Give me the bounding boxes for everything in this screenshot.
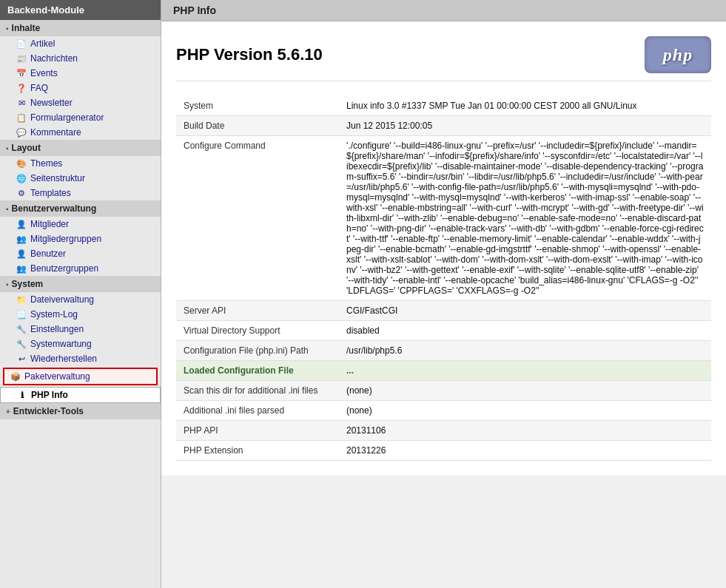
- table-cell-label: Virtual Directory Support: [176, 321, 339, 341]
- sidebar-item-wiederherstellen[interactable]: ↩ Wiederherstellen: [0, 351, 161, 366]
- benutzergruppen-icon: 👥: [16, 263, 27, 274]
- table-cell-value: (none): [339, 401, 711, 421]
- table-row: PHP API20131106: [176, 421, 711, 441]
- content-area: PHP Version 5.6.10 php SystemLinux info …: [161, 21, 726, 476]
- sidebar: Backend-Module ▪ Inhalte 📄 Artikel 📰 Nac…: [0, 0, 161, 588]
- sidebar-item-systemwartung[interactable]: 🔧 Systemwartung: [0, 337, 161, 351]
- sidebar-section-layout[interactable]: ▪ Layout: [0, 140, 161, 156]
- sidebar-header: Backend-Module: [0, 0, 161, 20]
- table-row: Configure Command'./configure' '--build=…: [176, 136, 711, 301]
- sidebar-items-system: 📁 Dateiverwaltung 📃 System-Log 🔧 Einstel…: [0, 292, 161, 403]
- table-cell-label: PHP API: [176, 421, 339, 441]
- main-content: PHP Info PHP Version 5.6.10 php: [161, 0, 726, 588]
- table-row: Virtual Directory Supportdisabled: [176, 321, 711, 341]
- table-cell-value: 20131106: [339, 421, 711, 441]
- table-row: SystemLinux info 3.0 #1337 SMP Tue Jan 0…: [176, 96, 711, 116]
- sidebar-section-inhalte[interactable]: ▪ Inhalte: [0, 20, 161, 36]
- table-cell-label: Additional .ini files parsed: [176, 401, 339, 421]
- sidebar-item-einstellungen[interactable]: 🔧 Einstellungen: [0, 322, 161, 337]
- table-row: Configuration File (php.ini) Path/usr/li…: [176, 341, 711, 361]
- einstellungen-icon: 🔧: [16, 324, 27, 334]
- sidebar-items-benutzerverwaltung: 👤 Mitglieder 👥 Mitgliedergruppen 👤 Benut…: [0, 217, 161, 276]
- sidebar-item-events[interactable]: 📅 Events: [0, 66, 161, 81]
- sidebar-item-seitenstruktur[interactable]: 🌐 Seitenstruktur: [0, 171, 161, 186]
- faq-icon: ❓: [16, 83, 27, 93]
- sidebar-item-dateiverwaltung[interactable]: 📁 Dateiverwaltung: [0, 292, 161, 307]
- sidebar-section-benutzerverwaltung[interactable]: ▪ Benutzerverwaltung: [0, 200, 161, 217]
- newsletter-icon: ✉: [16, 98, 27, 108]
- sidebar-item-artikel[interactable]: 📄 Artikel: [0, 36, 161, 51]
- wiederherstellen-icon: ↩: [16, 354, 27, 364]
- table-cell-value: disabled: [339, 321, 711, 341]
- seitenstruktur-icon: 🌐: [16, 173, 27, 183]
- sidebar-item-nachrichten[interactable]: 📰 Nachrichten: [0, 51, 161, 66]
- kommentare-icon: 💬: [16, 127, 27, 138]
- table-cell-value: Linux info 3.0 #1337 SMP Tue Jan 01 00:0…: [339, 96, 711, 116]
- table-row: Scan this dir for additional .ini files(…: [176, 381, 711, 401]
- php-logo: php: [645, 36, 711, 73]
- table-cell-label: Loaded Configuration File: [176, 361, 339, 381]
- sidebar-section-entwickler-tools[interactable]: + Entwickler-Tools: [0, 403, 161, 419]
- sidebar-item-paketverwaltung-wrapper: 📦 Paketverwaltung: [3, 368, 158, 385]
- collapse-icon-system: ▪: [6, 280, 9, 288]
- sidebar-item-faq[interactable]: ❓ FAQ: [0, 81, 161, 95]
- sidebar-item-mitgliedergruppen[interactable]: 👥 Mitgliedergruppen: [0, 232, 161, 246]
- nachrichten-icon: 📰: [16, 53, 27, 64]
- table-cell-value: (none): [339, 381, 711, 401]
- formulargenerator-icon: 📋: [16, 112, 27, 123]
- sidebar-section-system[interactable]: ▪ System: [0, 276, 161, 292]
- themes-icon: 🎨: [16, 158, 27, 169]
- sidebar-items-layout: 🎨 Themes 🌐 Seitenstruktur ⚙ Templates: [0, 156, 161, 200]
- paketverwaltung-icon: 📦: [10, 371, 21, 382]
- sidebar-item-benutzergruppen[interactable]: 👥 Benutzergruppen: [0, 261, 161, 276]
- events-icon: 📅: [16, 68, 27, 78]
- table-row: Server APICGI/FastCGI: [176, 301, 711, 321]
- table-row: Loaded Configuration File...: [176, 361, 711, 381]
- table-cell-label: PHP Extension: [176, 441, 339, 461]
- sidebar-item-benutzer[interactable]: 👤 Benutzer: [0, 246, 161, 261]
- table-cell-value: /usr/lib/php5.6: [339, 341, 711, 361]
- php-info-table: SystemLinux info 3.0 #1337 SMP Tue Jan 0…: [176, 96, 711, 461]
- templates-icon: ⚙: [16, 188, 27, 198]
- system-log-icon: 📃: [16, 309, 27, 320]
- table-cell-label: Scan this dir for additional .ini files: [176, 381, 339, 401]
- dateiverwaltung-icon: 📁: [16, 294, 27, 305]
- sidebar-item-newsletter[interactable]: ✉ Newsletter: [0, 95, 161, 110]
- table-cell-label: Server API: [176, 301, 339, 321]
- table-row: Build DateJun 12 2015 12:00:05: [176, 116, 711, 136]
- sidebar-item-php-info[interactable]: ℹ PHP Info: [0, 387, 161, 403]
- sidebar-item-formulargenerator[interactable]: 📋 Formulargenerator: [0, 110, 161, 125]
- sidebar-items-inhalte: 📄 Artikel 📰 Nachrichten 📅 Events ❓ FAQ ✉…: [0, 36, 161, 140]
- info-table-body: SystemLinux info 3.0 #1337 SMP Tue Jan 0…: [176, 96, 711, 461]
- php-info-icon: ℹ: [17, 390, 27, 400]
- table-row: PHP Extension20131226: [176, 441, 711, 461]
- table-cell-value: './configure' '--build=i486-linux-gnu' '…: [339, 136, 711, 301]
- sidebar-item-paketverwaltung[interactable]: 📦 Paketverwaltung: [4, 369, 156, 384]
- systemwartung-icon: 🔧: [16, 339, 27, 349]
- collapse-icon-entwickler: +: [6, 408, 10, 416]
- sidebar-item-mitglieder[interactable]: 👤 Mitglieder: [0, 217, 161, 232]
- table-cell-value: ...: [339, 361, 711, 381]
- artikel-icon: 📄: [16, 38, 27, 49]
- table-cell-value: CGI/FastCGI: [339, 301, 711, 321]
- table-cell-label: System: [176, 96, 339, 116]
- table-cell-label: Configuration File (php.ini) Path: [176, 341, 339, 361]
- collapse-icon-inhalte: ▪: [6, 24, 9, 33]
- table-cell-label: Configure Command: [176, 136, 339, 301]
- sidebar-item-templates[interactable]: ⚙ Templates: [0, 186, 161, 200]
- mitgliedergruppen-icon: 👥: [16, 234, 27, 244]
- php-version-section: PHP Version 5.6.10 php: [176, 36, 711, 81]
- table-cell-label: Build Date: [176, 116, 339, 136]
- sidebar-item-kommentare[interactable]: 💬 Kommentare: [0, 125, 161, 140]
- php-version-row: PHP Version 5.6.10 php: [176, 36, 711, 81]
- sidebar-item-themes[interactable]: 🎨 Themes: [0, 156, 161, 171]
- table-row: Additional .ini files parsed(none): [176, 401, 711, 421]
- table-cell-value: 20131226: [339, 441, 711, 461]
- sidebar-item-system-log[interactable]: 📃 System-Log: [0, 307, 161, 322]
- php-version-label: PHP Version 5.6.10: [176, 45, 323, 64]
- benutzer-icon: 👤: [16, 249, 27, 259]
- collapse-icon-layout: ▪: [6, 144, 9, 152]
- collapse-icon-benutzer: ▪: [6, 205, 9, 213]
- mitglieder-icon: 👤: [16, 219, 27, 229]
- main-header: PHP Info: [161, 0, 726, 21]
